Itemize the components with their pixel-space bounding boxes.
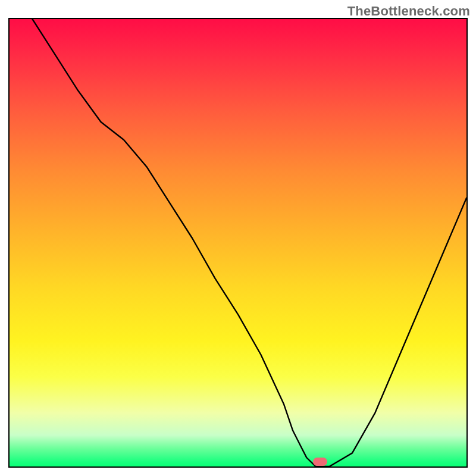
watermark-text: TheBottleneck.com bbox=[347, 4, 470, 19]
bottleneck-curve bbox=[10, 19, 466, 466]
plot-area bbox=[8, 18, 468, 468]
chart-frame: TheBottleneck.com bbox=[0, 0, 476, 476]
optimal-marker bbox=[313, 458, 327, 466]
